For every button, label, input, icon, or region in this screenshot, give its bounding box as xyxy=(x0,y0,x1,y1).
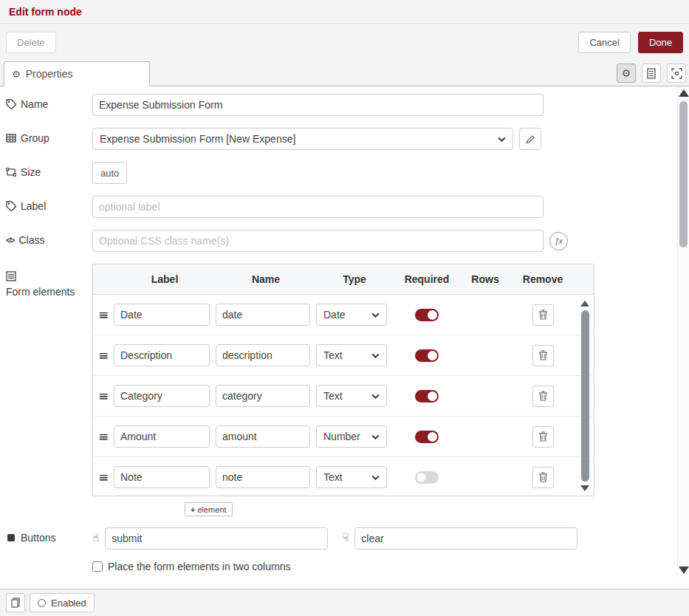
trash-icon xyxy=(538,472,548,482)
table-scrollbar[interactable] xyxy=(580,301,590,491)
form-elements-table-header: Label Name Type Required Rows Remove xyxy=(93,264,594,295)
delete-button[interactable]: Delete xyxy=(6,32,56,53)
size-auto-button[interactable]: auto xyxy=(92,162,127,184)
col-header-type: Type xyxy=(316,273,393,285)
form-element-row: ≡Text xyxy=(93,335,594,376)
element-label-input[interactable] xyxy=(114,466,210,488)
notes-button[interactable] xyxy=(6,593,25,612)
gear-icon: ⚙ xyxy=(12,69,21,80)
group-select[interactable]: Expense Submission Form [New Expense] xyxy=(92,128,513,150)
tab-icon-buttons: ⚙ xyxy=(617,64,686,83)
element-name-input[interactable] xyxy=(216,344,310,366)
chevron-down-icon xyxy=(371,353,380,358)
drag-handle-icon[interactable]: ≡ xyxy=(93,307,114,322)
form-element-row: ≡Date xyxy=(93,295,594,335)
required-toggle[interactable] xyxy=(415,309,439,321)
drag-handle-icon[interactable]: ≡ xyxy=(93,470,114,485)
form-elements-table: Label Name Type Required Rows Remove ≡Da… xyxy=(92,264,594,496)
element-type-select[interactable]: Text xyxy=(316,344,387,366)
element-name-input[interactable] xyxy=(216,385,310,407)
label-label: Label xyxy=(6,196,86,212)
main-scrollbar-thumb[interactable] xyxy=(679,101,688,247)
clear-button-input[interactable] xyxy=(354,527,577,550)
form-element-row: ≡Text xyxy=(93,457,594,496)
chevron-down-icon xyxy=(371,434,380,439)
scroll-up-icon[interactable] xyxy=(679,89,689,97)
trash-icon xyxy=(538,391,548,401)
submit-button-input[interactable] xyxy=(105,527,328,550)
drag-handle-icon[interactable]: ≡ xyxy=(93,348,114,363)
buttons-row: Buttons ☝ ☟ xyxy=(0,527,689,550)
element-label-input[interactable] xyxy=(114,344,210,366)
required-toggle[interactable] xyxy=(415,471,439,484)
tab-properties[interactable]: ⚙ Properties xyxy=(4,61,150,86)
properties-panel: Name Group Expense Submission Form [New … xyxy=(0,86,689,589)
edit-group-button[interactable] xyxy=(519,128,541,150)
scroll-down-icon[interactable] xyxy=(679,567,689,574)
description-button[interactable] xyxy=(642,64,661,83)
name-input[interactable] xyxy=(92,94,544,116)
element-label-input[interactable] xyxy=(114,385,210,407)
scroll-up-icon[interactable] xyxy=(580,301,589,307)
group-label: Group xyxy=(6,128,86,144)
element-type-select[interactable]: Number xyxy=(316,425,387,448)
group-select-value: Expense Submission Form [New Expense] xyxy=(100,133,295,145)
dialog-toolbar: Delete Cancel Done xyxy=(0,24,689,61)
element-label-input[interactable] xyxy=(114,304,210,326)
add-element-button[interactable]: +element xyxy=(185,502,233,516)
circle-icon xyxy=(38,599,46,607)
group-row: Group Expense Submission Form [New Expen… xyxy=(0,128,689,150)
required-toggle[interactable] xyxy=(415,431,439,443)
required-toggle[interactable] xyxy=(415,390,439,403)
delete-element-button[interactable] xyxy=(532,386,554,407)
delete-element-button[interactable] xyxy=(532,345,554,366)
pencil-icon xyxy=(526,134,535,144)
label-input[interactable] xyxy=(92,196,544,218)
dynamic-property-button[interactable]: ƒx xyxy=(549,232,568,250)
enabled-label: Enabled xyxy=(51,598,86,609)
form-elements-label: Form elements xyxy=(6,264,86,298)
cancel-button[interactable]: Cancel xyxy=(578,32,630,53)
two-columns-checkbox[interactable] xyxy=(92,561,103,572)
table-icon xyxy=(6,133,16,143)
table-scrollbar-thumb[interactable] xyxy=(581,310,589,482)
thumbs-up-icon: ☝ xyxy=(92,527,99,544)
element-label-input[interactable] xyxy=(114,425,210,448)
trash-icon xyxy=(538,350,548,360)
col-header-rows: Rows xyxy=(461,273,510,285)
element-name-input[interactable] xyxy=(216,466,310,488)
element-type-select[interactable]: Text xyxy=(316,466,387,488)
element-name-input[interactable] xyxy=(216,425,310,448)
col-header-name: Name xyxy=(216,273,316,285)
class-label: </> Class xyxy=(6,230,86,246)
class-input[interactable] xyxy=(92,230,544,252)
scroll-down-icon[interactable] xyxy=(580,485,589,491)
delete-element-button[interactable] xyxy=(532,467,554,488)
element-type-select[interactable]: Text xyxy=(316,385,387,407)
settings-button[interactable]: ⚙ xyxy=(617,64,636,83)
name-label: Name xyxy=(6,94,86,110)
form-element-row: ≡Text xyxy=(93,376,594,417)
thumbs-down-icon: ☟ xyxy=(342,527,349,544)
plus-icon: + xyxy=(191,505,195,514)
drag-handle-icon[interactable]: ≡ xyxy=(93,389,114,403)
dialog-header: Edit form node xyxy=(0,0,689,24)
delete-element-button[interactable] xyxy=(532,304,554,326)
enabled-toggle-button[interactable]: Enabled xyxy=(30,593,95,612)
main-scrollbar[interactable] xyxy=(677,86,689,577)
done-button[interactable]: Done xyxy=(638,32,683,53)
chevron-down-icon xyxy=(371,475,380,480)
two-columns-label: Place the form elements in two columns xyxy=(108,561,290,572)
size-label: Size xyxy=(6,162,86,178)
delete-element-button[interactable] xyxy=(532,426,554,448)
gear-icon: ⚙ xyxy=(622,67,631,79)
form-elements-row: Form elements Label Name Type Required R… xyxy=(0,264,689,516)
element-name-input[interactable] xyxy=(216,304,310,326)
element-type-select[interactable]: Date xyxy=(316,304,387,326)
drag-handle-icon[interactable]: ≡ xyxy=(93,429,114,444)
trash-icon xyxy=(538,431,548,442)
expand-button[interactable] xyxy=(667,64,686,83)
label-row: Label xyxy=(0,196,689,218)
list-icon xyxy=(6,271,16,281)
required-toggle[interactable] xyxy=(415,349,439,362)
